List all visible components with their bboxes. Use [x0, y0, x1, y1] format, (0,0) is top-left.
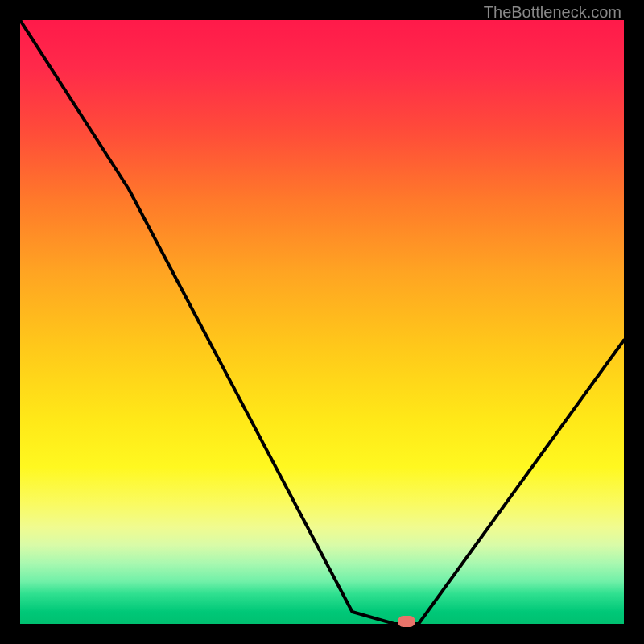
watermark-text: TheBottleneck.com — [484, 3, 621, 22]
chart-container: TheBottleneck.com — [0, 0, 644, 644]
optimal-marker — [398, 616, 415, 627]
plot-area — [20, 20, 624, 624]
bottleneck-curve — [20, 20, 624, 624]
